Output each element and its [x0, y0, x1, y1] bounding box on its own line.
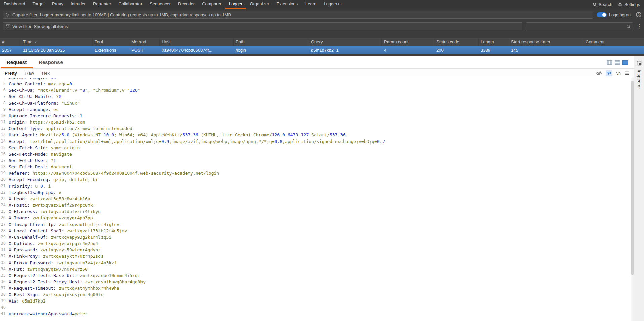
inspector-panel-toggle[interactable]: Inspector [634, 56, 644, 321]
layout-rows-icon[interactable] [615, 60, 620, 65]
request-line-10[interactable]: 10Upgrade-Insecure-Requests: 1 [0, 113, 631, 119]
request-line-21[interactable]: 21Priority: u=0, i [0, 183, 631, 189]
subtab-raw[interactable]: Raw [21, 71, 38, 76]
request-line-7[interactable]: 7Sec-Ch-Ua-Mobile: ?0 [0, 93, 631, 100]
request-line-14[interactable]: 14Accept: text/html,application/xhtml+xm… [0, 138, 631, 145]
request-line-40[interactable]: 40 [0, 304, 631, 311]
row-cell-path[interactable]: /login [234, 46, 309, 54]
request-line-32[interactable]: 32X-Pink-Pony: zwrtxqvasyktm70zr4p2sds [0, 253, 631, 259]
word-wrap-icon[interactable] [606, 70, 612, 76]
column-header-method[interactable]: Method [129, 38, 160, 46]
editor-menu-hamburger-icon[interactable] [625, 71, 629, 75]
request-line-6[interactable]: 6Sec-Ch-Ua: "Not/A)Brand";v="8", "Chromi… [0, 87, 631, 93]
request-line-30[interactable]: 30X-Options: zwrtxqvajvsxrpg7r4w2uq4 [0, 240, 631, 247]
request-line-11[interactable]: 11Origin: https://q5m1d7kb2.com [0, 119, 631, 125]
column-header-start-response-timer[interactable]: Start response timer [509, 38, 583, 46]
log-table-selected-row[interactable]: 235711:13:59 26 Jan 2025ExtensionsPOST0a… [0, 46, 644, 54]
request-line-8[interactable]: 8Sec-Ch-Ua-Platform: "Linux" [0, 100, 631, 106]
tab-response[interactable]: Response [33, 56, 69, 68]
more-options-kebab-icon[interactable]: ⋮ [637, 24, 641, 29]
row-cell-param-count[interactable]: 4 [382, 46, 434, 54]
menu-tab-proxy[interactable]: Proxy [48, 0, 67, 9]
logging-toggle[interactable] [597, 12, 607, 17]
column-header-time[interactable]: Time∨ [21, 38, 93, 46]
menu-tab-dashboard[interactable]: Dashboard [0, 0, 29, 9]
request-line-24[interactable]: 24X-Hosti: zwrtxqvazx6eff29r4pc8mk [0, 202, 631, 208]
menu-tab-collaborator[interactable]: Collaborator [115, 0, 146, 9]
request-line-27[interactable]: 27X-Incap-Client-Ip: zwrtxqvauthjdfjsr4i… [0, 221, 631, 228]
request-line-26[interactable]: 26X-Image: zwrtxqvahuvzqqygr4pb3pp [0, 215, 631, 221]
request-line-31[interactable]: 31X-Password: zwrtxqvays59wlenr4qdyhz [0, 247, 631, 253]
menu-tab-logger[interactable]: Logger++ [320, 0, 346, 9]
menu-tab-comparer[interactable]: Comparer [198, 0, 225, 9]
column-header-num[interactable]: # [0, 38, 21, 46]
row-cell-length[interactable]: 3389 [479, 46, 509, 54]
search-button[interactable]: Search [593, 2, 612, 7]
menu-tab-decoder[interactable]: Decoder [174, 0, 198, 9]
row-cell-time[interactable]: 11:13:59 26 Jan 2025 [21, 46, 93, 54]
menu-tab-logger[interactable]: Logger [225, 0, 246, 9]
view-filter-field[interactable]: View filter: Showing all items [3, 22, 522, 30]
settings-button[interactable]: Settings [618, 2, 640, 7]
request-line-28[interactable]: 28X-Local-Content-Sha1: zwrtxqvalf73lh12… [0, 228, 631, 234]
menu-tab-extensions[interactable]: Extensions [273, 0, 302, 9]
request-line-39[interactable]: 39Via: q5m1d7kb2 [0, 298, 631, 304]
tab-request[interactable]: Request [1, 56, 33, 68]
request-line-15[interactable]: 15Sec-Fetch-Site: same-origin [0, 145, 631, 151]
help-icon[interactable]: ? [636, 12, 641, 17]
request-line-19[interactable]: 19Referer: https://0a94004704cbd656874f9… [0, 170, 631, 176]
request-line-13[interactable]: 13User-Agent: Mozilla/5.0 (Windows NT 10… [0, 132, 631, 138]
request-line-16[interactable]: 16Sec-Fetch-Mode: navigate [0, 151, 631, 157]
request-line-9[interactable]: 9Accept-Language: es [0, 106, 631, 113]
request-line-33[interactable]: 33X-Proxy-Password: zwrtxqvautm3v4jxr4n3… [0, 259, 631, 266]
editor-vertical-scrollbar[interactable] [631, 78, 634, 321]
request-line-12[interactable]: 12Content-Type: application/x-www-form-u… [0, 125, 631, 132]
show-newlines-icon[interactable]: \n [616, 71, 621, 76]
column-header-length[interactable]: Length [479, 38, 509, 46]
row-cell-status-code[interactable]: 200 [434, 46, 479, 54]
row-cell-method[interactable]: POST [129, 46, 160, 54]
subtab-hex[interactable]: Hex [38, 71, 54, 76]
row-cell-tool[interactable]: Extensions [93, 46, 129, 54]
menu-tab-target[interactable]: Target [29, 0, 48, 9]
request-line-29[interactable]: 29X-On-Behalf-Of: zwrtxqvapy93g2k1r4lzq5… [0, 234, 631, 240]
subtab-pretty[interactable]: Pretty [1, 71, 21, 76]
request-line-20[interactable]: 20Accept-Encoding: gzip, deflate, br [0, 176, 631, 183]
row-cell-num[interactable]: 2357 [0, 46, 21, 54]
scrollbar-thumb[interactable] [631, 81, 634, 275]
request-line-37[interactable]: 37X-Request-Timeout: zwrtxqvat4ymhhbxr4h… [0, 285, 631, 291]
row-cell-query[interactable]: q5m1d7kb2=1 [309, 46, 382, 54]
request-line-35[interactable]: 35X-Request2-Tests-Base-Url: zwrtxqvaqoe… [0, 272, 631, 279]
row-cell-comment[interactable] [583, 46, 644, 54]
request-line-17[interactable]: 17Sec-Fetch-User: ?1 [0, 157, 631, 164]
request-line-22[interactable]: 22Tczqbcs13sa8qrcpw: x [0, 189, 631, 196]
column-header-query[interactable]: Query [309, 38, 382, 46]
table-search-input[interactable] [528, 24, 626, 29]
request-line-34[interactable]: 34X-Put: zwrtxqvayqzw77n0r4wrz58 [0, 266, 631, 272]
request-line-23[interactable]: 23X-Head: zwrtxqvat3q58r8wr4sb16a [0, 196, 631, 202]
layout-single-icon[interactable] [622, 60, 628, 65]
request-line-18[interactable]: 18Sec-Fetch-Dest: document [0, 164, 631, 170]
menu-tab-intruder[interactable]: Intruder [67, 0, 89, 9]
column-header-host[interactable]: Host [160, 38, 234, 46]
row-cell-host[interactable]: 0a94004704cbd656874f... [160, 46, 234, 54]
menu-tab-organizer[interactable]: Organizer [246, 0, 273, 9]
request-line-38[interactable]: 38X-Rest-Sign: zwrtxqvajnkosjcmr4g00fo [0, 291, 631, 298]
column-header-comment[interactable]: Comment [583, 38, 644, 46]
menu-tab-sequencer[interactable]: Sequencer [146, 0, 174, 9]
request-line-25[interactable]: 25X-Htaccess: zwrtxqvautdpfvzrr4tikyu [0, 208, 631, 215]
layout-columns-icon[interactable] [607, 60, 612, 65]
column-header-status-code[interactable]: Status code [434, 38, 479, 46]
request-line-41[interactable]: 41username=wiener&password=peter [0, 311, 631, 317]
request-editor-content[interactable]: 4Content-Length: 305Cache-Control: max-a… [0, 78, 634, 321]
hide-whitespace-eye-icon[interactable] [596, 71, 602, 75]
column-header-path[interactable]: Path [234, 38, 309, 46]
column-header-param-count[interactable]: Param count [382, 38, 434, 46]
row-cell-start-response-timer[interactable]: 145 [509, 46, 583, 54]
menu-tab-learn[interactable]: Learn [301, 0, 320, 9]
request-line-4[interactable]: 4Content-Length: 30 [0, 78, 631, 81]
request-line-36[interactable]: 36X-Request2-Tests-Proxy-Host: zwrtxqval… [0, 279, 631, 285]
capture-filter-field[interactable]: Capture filter: Logger memory limit set … [3, 11, 593, 19]
menu-tab-repeater[interactable]: Repeater [89, 0, 115, 9]
request-line-5[interactable]: 5Cache-Control: max-age=0 [0, 81, 631, 87]
